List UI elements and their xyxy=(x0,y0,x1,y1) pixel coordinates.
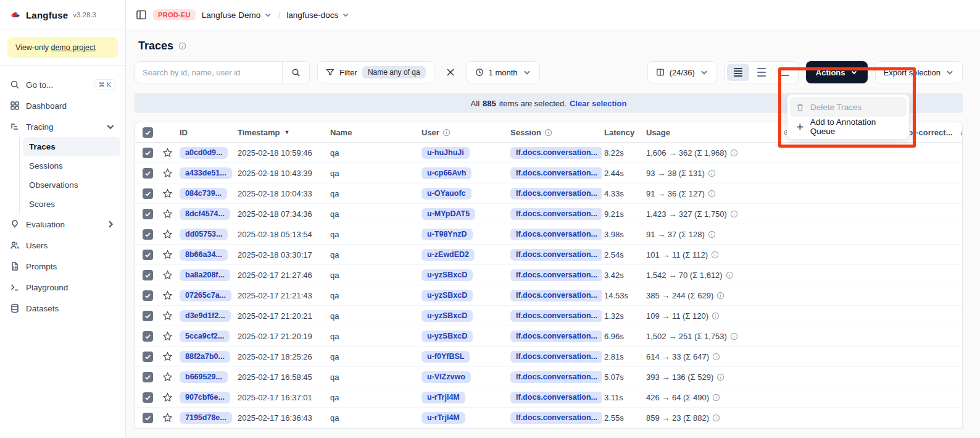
header-session[interactable]: Session xyxy=(508,128,602,137)
session-badge[interactable]: lf.docs.conversation... xyxy=(510,290,602,301)
user-badge[interactable]: u-yzSBxcD xyxy=(421,269,473,281)
row-checkbox[interactable] xyxy=(143,331,153,342)
session-badge[interactable]: lf.docs.conversation... xyxy=(510,147,602,159)
sidebar-item-dashboard[interactable]: Dashboard xyxy=(5,95,120,116)
user-badge[interactable]: u-rTrjl4M xyxy=(421,412,465,424)
table-row[interactable]: a433de51... 2025-02-18 10:43:39 qa u-cp6… xyxy=(135,163,962,183)
star-icon[interactable] xyxy=(162,311,173,321)
row-checkbox[interactable] xyxy=(143,352,153,362)
info-icon[interactable] xyxy=(712,394,720,402)
user-badge[interactable]: u-zEwdED2 xyxy=(421,249,475,261)
trace-id-badge[interactable]: dd05753... xyxy=(180,229,228,240)
info-icon[interactable] xyxy=(712,414,720,422)
table-row[interactable]: dd05753... 2025-02-18 05:13:54 qa u-T98Y… xyxy=(135,224,962,245)
sidebar-item-playground[interactable]: Playground xyxy=(5,277,120,298)
star-icon[interactable] xyxy=(162,392,173,403)
row-height-compact-button[interactable] xyxy=(727,64,749,81)
sidebar-item-prompts[interactable]: Prompts xyxy=(5,256,120,277)
clear-filter-button[interactable] xyxy=(442,64,459,81)
sidebar-item-goto[interactable]: Go to... ⌘ K xyxy=(5,74,120,95)
row-checkbox[interactable] xyxy=(143,392,153,403)
info-icon[interactable] xyxy=(730,332,738,340)
select-all-checkbox[interactable] xyxy=(143,127,153,138)
header-latency[interactable]: Latency xyxy=(602,128,644,137)
trace-id-badge[interactable]: 907cbf6e... xyxy=(180,392,230,403)
table-row[interactable]: 8dcf4574... 2025-02-18 07:34:36 qa u-MYp… xyxy=(135,204,962,224)
session-badge[interactable]: lf.docs.conversation... xyxy=(510,188,602,200)
star-icon[interactable] xyxy=(162,372,173,382)
header-usage[interactable]: Usage xyxy=(644,128,781,137)
table-row[interactable]: ba8a208f... 2025-02-17 21:27:46 qa u-yzS… xyxy=(135,265,962,285)
trace-id-badge[interactable]: ba8a208f... xyxy=(180,269,230,281)
user-badge[interactable]: u-MYpDAT5 xyxy=(421,208,475,220)
row-checkbox[interactable] xyxy=(143,290,153,301)
info-icon[interactable] xyxy=(730,210,738,218)
session-badge[interactable]: lf.docs.conversation... xyxy=(510,249,602,261)
user-badge[interactable]: u-huJhuJi xyxy=(421,147,470,159)
search-input[interactable] xyxy=(135,62,282,83)
sidebar-item-users[interactable]: Users xyxy=(5,235,120,256)
trace-id-badge[interactable]: 7195d78e... xyxy=(180,412,232,424)
info-icon[interactable] xyxy=(708,169,716,177)
search-submit-button[interactable] xyxy=(282,62,309,83)
sidebar-item-datasets[interactable]: Datasets xyxy=(5,298,120,319)
header-timestamp[interactable]: Timestamp▼ xyxy=(235,128,328,137)
row-checkbox[interactable] xyxy=(143,413,153,423)
table-row[interactable]: 07265c7a... 2025-02-17 21:21:43 qa u-yzS… xyxy=(135,285,962,306)
user-badge[interactable]: u-T98YnzD xyxy=(421,229,473,240)
sidebar-item-scores[interactable]: Scores xyxy=(23,195,120,214)
info-icon[interactable] xyxy=(716,292,725,300)
row-checkbox[interactable] xyxy=(143,148,153,158)
star-icon[interactable] xyxy=(162,331,173,342)
star-icon[interactable] xyxy=(162,209,173,219)
menu-item-delete-traces[interactable]: Delete Traces xyxy=(790,97,907,117)
session-badge[interactable]: lf.docs.conversation... xyxy=(510,351,602,363)
star-icon[interactable] xyxy=(162,352,173,362)
user-badge[interactable]: u-VIZzvwo xyxy=(421,371,471,383)
sidebar-toggle-icon[interactable] xyxy=(136,9,147,20)
header-id[interactable]: ID xyxy=(177,128,235,137)
header-user[interactable]: User xyxy=(419,128,508,137)
row-height-medium-button[interactable] xyxy=(750,64,773,81)
info-icon[interactable] xyxy=(730,149,738,157)
info-icon[interactable] xyxy=(178,42,186,50)
row-checkbox[interactable] xyxy=(143,188,153,199)
time-range-button[interactable]: 1 month xyxy=(467,61,540,83)
table-row[interactable]: 88f2a7b0... 2025-02-17 18:25:26 qa u-f0Y… xyxy=(135,347,962,367)
user-badge[interactable]: u-yzSBxcD xyxy=(421,290,473,301)
table-row[interactable]: b669529... 2025-02-17 16:58:45 qa u-VIZz… xyxy=(135,367,962,387)
star-icon[interactable] xyxy=(162,270,173,280)
table-row[interactable]: a0cd0d9... 2025-02-18 10:59:46 qa u-huJh… xyxy=(135,143,962,163)
info-icon[interactable] xyxy=(708,230,716,238)
export-selection-button[interactable]: Export selection xyxy=(875,61,963,83)
info-icon[interactable] xyxy=(711,251,719,259)
filter-button[interactable]: Filter Name any of qa xyxy=(317,61,434,83)
session-badge[interactable]: lf.docs.conversation... xyxy=(510,412,602,424)
info-icon[interactable] xyxy=(716,373,725,381)
sidebar-item-evaluation[interactable]: Evaluation xyxy=(5,214,120,235)
header-truncated[interactable]: # c xyxy=(958,128,963,137)
user-badge[interactable]: u-cp66Avh xyxy=(421,167,471,179)
table-row[interactable]: 907cbf6e... 2025-02-17 16:37:01 qa u-rTr… xyxy=(135,387,962,408)
row-checkbox[interactable] xyxy=(143,311,153,321)
trace-id-badge[interactable]: 5cca9cf2... xyxy=(180,331,230,342)
trace-id-badge[interactable]: 88f2a7b0... xyxy=(180,351,230,363)
session-badge[interactable]: lf.docs.conversation... xyxy=(510,208,602,220)
user-badge[interactable]: u-yzSBxcD xyxy=(421,331,473,342)
trace-id-badge[interactable]: 084c739... xyxy=(180,188,227,200)
star-icon[interactable] xyxy=(162,148,173,158)
sidebar-item-sessions[interactable]: Sessions xyxy=(23,156,120,175)
info-icon[interactable] xyxy=(712,353,720,361)
trace-id-badge[interactable]: a0cd0d9... xyxy=(180,147,228,159)
sidebar-item-tracing[interactable]: Tracing xyxy=(5,116,120,137)
trace-id-badge[interactable]: 8b66a34... xyxy=(180,249,228,261)
demo-project-link[interactable]: demo project xyxy=(51,43,95,52)
row-checkbox[interactable] xyxy=(143,168,153,179)
row-checkbox[interactable] xyxy=(143,270,153,280)
table-row[interactable]: 8b66a34... 2025-02-18 03:30:17 qa u-zEwd… xyxy=(135,245,962,265)
star-icon[interactable] xyxy=(162,229,173,240)
column-visibility-button[interactable]: (24/36) xyxy=(647,61,717,83)
row-height-tall-button[interactable] xyxy=(774,64,796,81)
star-icon[interactable] xyxy=(162,250,173,260)
user-badge[interactable]: u-rTrjl4M xyxy=(421,392,465,403)
